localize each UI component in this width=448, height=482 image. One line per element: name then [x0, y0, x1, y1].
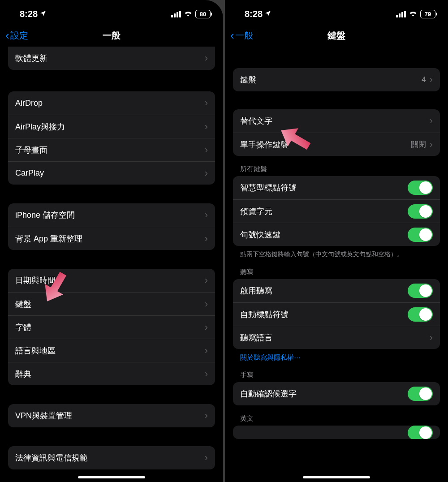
group-software: 軟體更新 ›: [8, 47, 215, 70]
chevron-right-icon: ›: [205, 299, 208, 309]
row-bg-refresh[interactable]: 背景 App 重新整理›: [8, 227, 215, 250]
group-storage: iPhone 儲存空間› 背景 App 重新整理›: [8, 203, 215, 250]
row-legal[interactable]: 法律資訊與電信規範›: [8, 446, 215, 469]
chevron-right-icon: ›: [430, 116, 433, 126]
keyboard-content[interactable]: 鍵盤 4 › 替代文字 › 單手操作鍵盤 關閉 › 所有鍵盤 智慧型標點符號: [225, 47, 448, 482]
location-icon: [39, 9, 47, 19]
status-bar: 8:28 79: [225, 0, 448, 24]
group-dictation: 啟用聽寫 自動標點符號 聽寫語言 ›: [233, 279, 440, 349]
wifi-icon: [184, 9, 193, 19]
row-pip[interactable]: 子母畫面›: [8, 138, 215, 161]
row-vpn[interactable]: VPN與裝置管理›: [8, 404, 215, 427]
status-time: 8:28: [20, 9, 47, 19]
nav-title: 鍵盤: [225, 30, 448, 42]
toggle-character-preview[interactable]: [408, 204, 433, 219]
group-connectivity: AirDrop› AirPlay與接力› 子母畫面› CarPlay›: [8, 91, 215, 185]
battery-icon: 80: [195, 10, 211, 18]
row-language[interactable]: 語言與地區›: [8, 339, 215, 362]
row-dictation-languages[interactable]: 聽寫語言 ›: [233, 326, 440, 349]
chevron-right-icon: ›: [430, 333, 433, 343]
chevron-right-icon: ›: [205, 53, 208, 63]
location-icon: [264, 9, 271, 19]
chevron-right-icon: ›: [205, 234, 208, 244]
row-font[interactable]: 字體›: [8, 315, 215, 339]
phone-keyboard-settings: 8:28 79 ‹ 一般 鍵盤 鍵盤 4 ›: [225, 0, 448, 482]
chevron-right-icon: ›: [205, 275, 208, 285]
home-indicator[interactable]: [303, 476, 370, 478]
group-english: [233, 426, 440, 439]
chevron-left-icon: ‹: [230, 29, 234, 43]
chevron-left-icon: ‹: [5, 29, 9, 43]
phone-general-settings: 8:28 80 ‹ 設定 一般 軟體更新 › AirDro: [0, 0, 223, 482]
row-smart-punctuation[interactable]: 智慧型標點符號: [233, 176, 440, 199]
row-one-handed[interactable]: 單手操作鍵盤 關閉 ›: [233, 133, 440, 156]
header-english: 英文: [233, 405, 440, 426]
row-storage[interactable]: iPhone 儲存空間›: [8, 203, 215, 227]
row-enable-dictation[interactable]: 啟用聽寫: [233, 279, 440, 302]
status-bar: 8:28 80: [0, 0, 223, 24]
chevron-right-icon: ›: [430, 75, 433, 85]
toggle-auto-punctuation[interactable]: [408, 307, 433, 322]
row-software-update[interactable]: 軟體更新 ›: [8, 47, 215, 70]
header-all-keyboards: 所有鍵盤: [233, 156, 440, 176]
nav-title: 一般: [0, 30, 223, 42]
toggle-english-partial[interactable]: [408, 426, 433, 439]
chevron-right-icon: ›: [205, 168, 208, 178]
chevron-right-icon: ›: [205, 98, 208, 108]
row-auto-confirm[interactable]: 自動確認候選字: [233, 382, 440, 405]
row-dictionary[interactable]: 辭典›: [8, 362, 215, 385]
row-keyboards[interactable]: 鍵盤 4 ›: [233, 68, 440, 91]
chevron-right-icon: ›: [205, 122, 208, 132]
cellular-icon: [396, 11, 406, 17]
row-text-replacement[interactable]: 替代文字 ›: [233, 109, 440, 133]
chevron-right-icon: ›: [430, 140, 433, 150]
header-handwriting: 手寫: [233, 362, 440, 382]
chevron-right-icon: ›: [205, 323, 208, 332]
nav-bar: ‹ 一般 鍵盤: [225, 24, 448, 47]
group-text: 替代文字 › 單手操作鍵盤 關閉 ›: [233, 109, 440, 156]
home-indicator[interactable]: [78, 476, 145, 478]
row-airdrop[interactable]: AirDrop›: [8, 91, 215, 115]
group-handwriting: 自動確認候選字: [233, 382, 440, 405]
chevron-right-icon: ›: [205, 369, 208, 379]
toggle-smart-punctuation[interactable]: [408, 181, 433, 195]
group-general: 日期與時間› 鍵盤› 字體› 語言與地區› 辭典›: [8, 269, 215, 385]
cellular-icon: [171, 11, 181, 17]
row-datetime[interactable]: 日期與時間›: [8, 269, 215, 292]
back-button[interactable]: ‹ 設定: [5, 29, 28, 43]
back-button[interactable]: ‹ 一般: [230, 29, 253, 43]
chevron-right-icon: ›: [205, 145, 208, 155]
settings-content[interactable]: 軟體更新 › AirDrop› AirPlay與接力› 子母畫面› CarPla…: [0, 47, 223, 482]
row-airplay[interactable]: AirPlay與接力›: [8, 115, 215, 138]
group-all-keyboards: 智慧型標點符號 預覽字元 句號快速鍵: [233, 176, 440, 246]
chevron-right-icon: ›: [205, 346, 208, 356]
row-period-shortcut[interactable]: 句號快速鍵: [233, 223, 440, 246]
wifi-icon: [409, 9, 418, 19]
battery-icon: 79: [420, 10, 435, 18]
header-dictation: 聽寫: [233, 259, 440, 279]
chevron-right-icon: ›: [205, 411, 208, 421]
row-carplay[interactable]: CarPlay›: [8, 161, 215, 185]
chevron-right-icon: ›: [205, 210, 208, 220]
row-auto-punctuation[interactable]: 自動標點符號: [233, 302, 440, 326]
toggle-auto-confirm[interactable]: [408, 387, 433, 401]
footer-period: 點兩下空格鍵將輸入句號（中文句號或英文句點和空格）。: [233, 246, 440, 259]
toggle-enable-dictation[interactable]: [408, 284, 433, 298]
link-dictation-privacy[interactable]: 關於聽寫與隱私權⋯: [233, 349, 440, 362]
row-character-preview[interactable]: 預覽字元: [233, 199, 440, 223]
group-legal: 法律資訊與電信規範›: [8, 446, 215, 469]
row-english-partial[interactable]: [233, 426, 440, 439]
group-keyboards: 鍵盤 4 ›: [233, 68, 440, 91]
nav-bar: ‹ 設定 一般: [0, 24, 223, 47]
chevron-right-icon: ›: [205, 453, 208, 463]
group-vpn: VPN與裝置管理›: [8, 404, 215, 427]
row-keyboard[interactable]: 鍵盤›: [8, 292, 215, 315]
status-time: 8:28: [245, 9, 271, 19]
toggle-period-shortcut[interactable]: [408, 228, 433, 242]
